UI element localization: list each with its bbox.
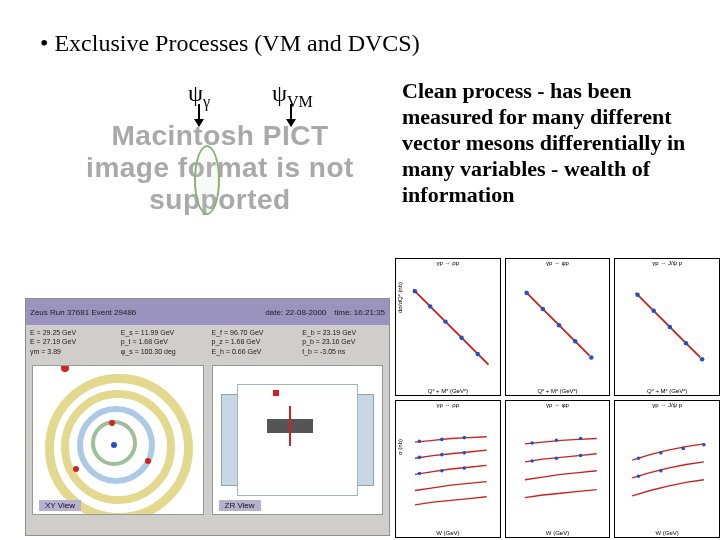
plot-data-icon [625,411,715,527]
svg-point-33 [702,443,706,447]
xy-view: XY View [32,365,204,515]
svg-point-29 [578,454,582,458]
svg-point-26 [578,437,582,441]
psi-symbol: ψ [188,80,203,106]
plot-title: γp → ρp [396,402,500,408]
svg-point-32 [682,447,686,451]
highlight-oval-icon [194,145,220,215]
plot-data-icon [406,269,496,385]
svg-point-18 [418,456,422,460]
plot-xlabel: Q² + M² (GeV²) [615,388,719,394]
kin-col-1: E = 29.25 GeVE = 27.19 GeVγm = 3.89 [26,325,117,363]
event-display-panel: Zeus Run 37681 Event 29486 date: 22-08-2… [25,298,390,536]
svg-point-17 [462,436,466,440]
plot-phi-q2: γp → φp Q² + M² (GeV²) [505,258,611,396]
zr-view: ZR View [212,365,384,515]
event-header: Zeus Run 37681 Event 29486 date: 22-08-2… [26,299,389,325]
plot-data-icon [625,269,715,385]
description-text: Clean process - has been measured for ma… [402,78,697,208]
plot-ylabel: dσ/dQ² (nb) [397,282,403,313]
plot-title: γp → ρp [396,260,500,266]
plots-grid: γp → ρp dσ/dQ² (nb) Q² + M² (GeV²) γp → … [395,258,720,538]
psi-symbol: ψ [272,80,287,106]
run-label: Zeus Run 37681 Event 29486 [26,308,140,317]
svg-point-14 [700,357,704,361]
svg-point-2 [443,319,447,323]
psi-vm-label: ψVM [272,80,313,111]
zr-view-label: ZR View [219,500,261,511]
psi-gamma-sub: γ [203,93,210,110]
plot-data-icon [516,269,606,385]
kin-col-4: E_b = 23.19 GeVp_b = 23.16 GeVt_b = -3.0… [298,325,389,363]
plot-jpsi-w: γp → J/ψ p W (GeV) [614,400,720,538]
svg-point-27 [530,459,534,463]
svg-point-9 [589,355,593,359]
plot-data-icon [406,411,496,527]
plot-rho-w: γp → ρp σ (nb) W (GeV) [395,400,501,538]
svg-point-21 [418,472,422,476]
svg-point-28 [554,456,558,460]
svg-point-3 [459,336,463,340]
plot-xlabel: Q² + M² (GeV²) [396,388,500,394]
svg-point-23 [462,466,466,470]
svg-point-20 [462,451,466,455]
missing-pict-placeholder: Macintosh PICT image format is not suppo… [80,120,360,217]
svg-point-6 [540,307,544,311]
svg-point-7 [556,323,560,327]
svg-point-11 [652,309,656,313]
svg-point-13 [684,341,688,345]
plot-phi-w: γp → φp W (GeV) [505,400,611,538]
plot-ylabel: σ (nb) [397,439,403,455]
xy-view-label: XY View [39,500,81,511]
date-label: date: 22-08-2000 [261,308,330,317]
event-kinematics: E = 29.25 GeVE = 27.19 GeVγm = 3.89 E_s … [26,325,389,363]
svg-point-25 [554,439,558,443]
svg-point-30 [637,456,641,460]
time-label: time: 16:21:35 [330,308,389,317]
plot-title: γp → φp [506,260,610,266]
svg-point-16 [440,438,444,442]
kin-col-2: E_s = 11.99 GeVp_t = 1.68 GeVφ_s = 100.3… [117,325,208,363]
plot-title: γp → J/ψ p [615,402,719,408]
bullet-title: • Exclusive Processes (VM and DVCS) [40,30,420,57]
svg-point-31 [659,451,663,455]
svg-point-12 [668,325,672,329]
plot-xlabel: Q² + M² (GeV²) [506,388,610,394]
svg-point-35 [659,469,663,473]
svg-point-0 [413,289,417,293]
plot-xlabel: W (GeV) [396,530,500,536]
plot-xlabel: W (GeV) [506,530,610,536]
svg-point-24 [530,441,534,445]
plot-data-icon [516,411,606,527]
kin-col-3: E_f = 96.70 GeVp_z = 1.68 GeVE_h = 0.66 … [208,325,299,363]
svg-point-22 [440,469,444,473]
plot-xlabel: W (GeV) [615,530,719,536]
svg-point-8 [573,339,577,343]
svg-point-1 [428,304,432,308]
svg-point-10 [636,292,640,296]
plot-title: γp → φp [506,402,610,408]
svg-point-34 [637,474,641,478]
plot-title: γp → J/ψ p [615,260,719,266]
svg-point-15 [418,439,422,443]
svg-point-5 [524,291,528,295]
plot-rho-q2: γp → ρp dσ/dQ² (nb) Q² + M² (GeV²) [395,258,501,396]
svg-point-4 [475,352,479,356]
svg-point-19 [440,453,444,457]
plot-jpsi-q2: γp → J/ψ p Q² + M² (GeV²) [614,258,720,396]
